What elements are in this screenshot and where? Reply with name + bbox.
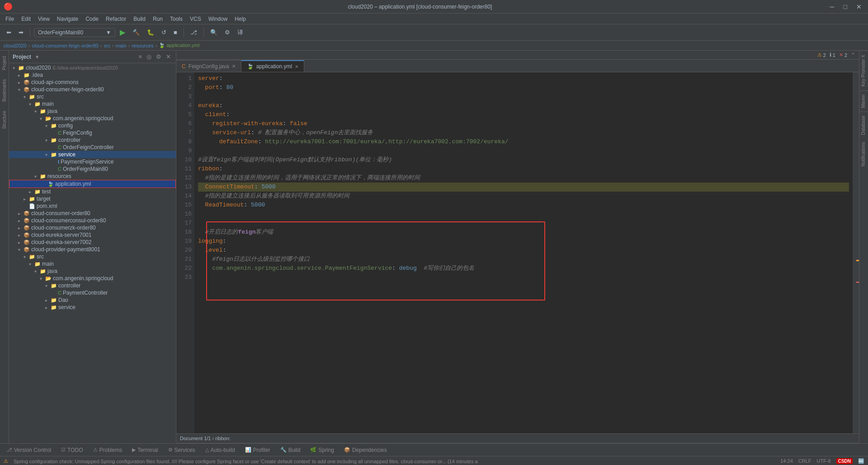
structure-panel-toggle[interactable]: Structure [1, 107, 8, 133]
tab-application-yml[interactable]: 🍃 application.yml ✕ [241, 60, 304, 72]
tab-profiler[interactable]: 📊 Profiler [241, 446, 275, 455]
tree-item-consul-order80[interactable]: ▸ 📦 cloud-consumerconsul-order80 [9, 217, 176, 224]
database-label[interactable]: Database [859, 112, 868, 139]
tree-item-main[interactable]: ▾ 📁 main [9, 100, 176, 108]
tree-item-service[interactable]: ▾ 📁 service [9, 151, 176, 158]
tree-item-main-payment8001[interactable]: ▾ 📁 main [9, 260, 176, 268]
tab-problems[interactable]: ⚠ Problems [89, 446, 127, 455]
debug-button[interactable]: 🐛 [144, 28, 157, 37]
menu-file[interactable]: File [2, 15, 18, 23]
tree-item-feign-order80[interactable]: ▾ 📦 cloud-consumer-feign-order80 [9, 86, 176, 93]
tab-todo[interactable]: ☑ TODO [57, 446, 87, 455]
tab-close-feign-config[interactable]: ✕ [232, 64, 236, 69]
editor-content[interactable]: 12345 678910 1112131415 1617181920 21222… [176, 72, 859, 433]
tree-item-service-payment8001[interactable]: ▸ 📁 service [9, 304, 176, 311]
status-crlf[interactable]: CRLF [798, 458, 811, 464]
menu-tools[interactable]: Tools [166, 15, 186, 23]
tree-item-cloud2020[interactable]: ▾ 📁 cloud2020 E:/idea-workspace/cloud202… [9, 64, 176, 71]
tree-item-application-yml[interactable]: 🍃 application.yml [9, 180, 176, 188]
translate-button[interactable]: 译 [235, 27, 246, 38]
run-config-dropdown[interactable]: OrderFeignMain80 ▼ [34, 28, 115, 37]
tab-close-app-yml[interactable]: ✕ [295, 64, 298, 69]
info-count-badge[interactable]: ℹ 1 [830, 52, 835, 58]
settings-toolbar-button[interactable]: ⚙ [222, 28, 233, 37]
menu-code[interactable]: Code [82, 15, 102, 23]
tree-item-api-commons[interactable]: ▸ 📦 cloud-api-commons [9, 79, 176, 86]
tree-item-eureka7001[interactable]: ▸ 📦 cloud-eureka-server7001 [9, 231, 176, 239]
breadcrumb-module[interactable]: cloud-consumer-feign-order80 [32, 43, 98, 48]
key-promoter-label[interactable]: Key Promoter X [859, 51, 868, 90]
tree-item-controller[interactable]: ▾ 📁 controller [9, 136, 176, 144]
tab-version-control[interactable]: ⎇ Version Control [2, 446, 56, 455]
tree-item-java-payment8001[interactable]: ▾ 📁 java [9, 268, 176, 275]
editor-scrollbar[interactable] [853, 72, 859, 433]
tree-item-zk-order80[interactable]: ▸ 📦 cloud-consumerzk-order80 [9, 224, 176, 231]
breadcrumb-resources[interactable]: resources [132, 43, 153, 48]
menu-view[interactable]: View [34, 15, 53, 23]
tree-item-test[interactable]: ▸ 📁 test [9, 188, 176, 195]
close-button[interactable]: ✕ [854, 2, 864, 11]
breadcrumb-cloud2020[interactable]: cloud2020 [4, 43, 27, 48]
tree-item-src-payment8001[interactable]: ▾ 📁 src [9, 253, 176, 260]
tree-item-payment8001[interactable]: ▾ 📦 cloud-provider-payment8001 [9, 246, 176, 253]
toolbar-forward-button[interactable]: ➡ [16, 28, 26, 37]
menu-run[interactable]: Run [149, 15, 166, 23]
tree-item-resources[interactable]: ▾ 📁 resources [9, 173, 176, 180]
tab-build[interactable]: 🔧 Build [276, 446, 305, 455]
tree-item-payment-ctrl[interactable]: C PaymentController [9, 289, 176, 296]
tree-scroll-center[interactable]: ◎ [145, 53, 153, 61]
menu-vcs[interactable]: VCS [186, 15, 205, 23]
tree-item-idea[interactable]: ▸ 📁 .idea [9, 71, 176, 79]
tree-settings[interactable]: ⚙ [155, 53, 163, 61]
menu-build[interactable]: Build [130, 15, 149, 23]
tree-item-pkg-payment8001[interactable]: ▾ 📂 com.angenin.springcloud [9, 275, 176, 282]
tree-item-ctrl-payment8001[interactable]: ▾ 📁 controller [9, 282, 176, 289]
tab-auto-build[interactable]: △ Auto-build [201, 446, 240, 455]
menu-refactor[interactable]: Refactor [102, 15, 130, 23]
minimize-button[interactable]: ─ [827, 2, 837, 11]
tree-item-target[interactable]: ▸ 📁 target [9, 195, 176, 202]
tab-feign-config[interactable]: C FeignConfig.java ✕ [176, 60, 241, 72]
tree-collapse-all[interactable]: ≡ [137, 53, 143, 61]
project-tree-dropdown[interactable]: ▼ [35, 54, 40, 60]
maven-label[interactable]: Maven [859, 90, 868, 112]
error-count-badge[interactable]: ✕ 2 [839, 52, 847, 58]
rerun-button[interactable]: ↺ [159, 28, 169, 37]
menu-navigate[interactable]: Navigate [53, 15, 82, 23]
tree-item-src[interactable]: ▾ 📁 src [9, 93, 176, 100]
stop-button[interactable]: ■ [171, 28, 180, 37]
tree-close[interactable]: ✕ [165, 53, 172, 61]
status-position[interactable]: 14:24 [780, 458, 793, 464]
status-ime-icons[interactable]: 🔤 [858, 458, 864, 464]
tree-item-order-feign-main[interactable]: C OrderFeignMain80 [9, 165, 176, 173]
breadcrumb-src[interactable]: src [104, 43, 110, 48]
build-button[interactable]: 🔨 [130, 28, 142, 37]
menu-window[interactable]: Window [205, 15, 231, 23]
status-charset[interactable]: UTF-8 [816, 458, 830, 464]
breadcrumb-main[interactable]: main [116, 43, 127, 48]
tree-item-dao[interactable]: ▸ 📁 Dao [9, 296, 176, 304]
run-button[interactable]: ▶ [117, 27, 128, 38]
search-toolbar-button[interactable]: 🔍 [208, 28, 220, 37]
tree-item-java[interactable]: ▾ 📁 java [9, 108, 176, 115]
project-panel-toggle[interactable]: Project [1, 52, 8, 74]
bookmarks-panel-toggle[interactable]: Bookmarks [1, 75, 8, 105]
tree-item-feign-config[interactable]: C FeignConfig [9, 129, 176, 136]
git-icon[interactable]: ⎇ [188, 28, 200, 37]
menu-help[interactable]: Help [231, 15, 250, 23]
menu-edit[interactable]: Edit [18, 15, 34, 23]
tree-item-payment-feign-svc[interactable]: I PaymentFeignService [9, 158, 176, 165]
status-spring-message[interactable]: Spring configuration check: Unmapped Spr… [14, 459, 775, 464]
code-editor[interactable]: server: port: 80 eureka: client: [194, 72, 853, 284]
tree-item-eureka7002[interactable]: ▸ 📦 cloud-eureka-server7002 [9, 239, 176, 246]
tree-item-config[interactable]: ▾ 📁 config [9, 122, 176, 129]
tab-dependencies[interactable]: 📦 Dependencies [340, 446, 392, 455]
tree-item-pom-xml[interactable]: 📄 pom.xml [9, 202, 176, 210]
expand-icon[interactable]: ⌃ [851, 52, 855, 58]
tree-item-package[interactable]: ▾ 📂 com.angenin.springcloud [9, 115, 176, 122]
tab-terminal[interactable]: ▶ Terminal [127, 446, 162, 455]
tree-item-consumer-order80[interactable]: ▸ 📦 cloud-consumer-order80 [9, 210, 176, 217]
toolbar-back-button[interactable]: ⬅ [4, 28, 14, 37]
tab-services[interactable]: ⚙ Services [164, 446, 200, 455]
maximize-button[interactable]: □ [841, 2, 850, 11]
